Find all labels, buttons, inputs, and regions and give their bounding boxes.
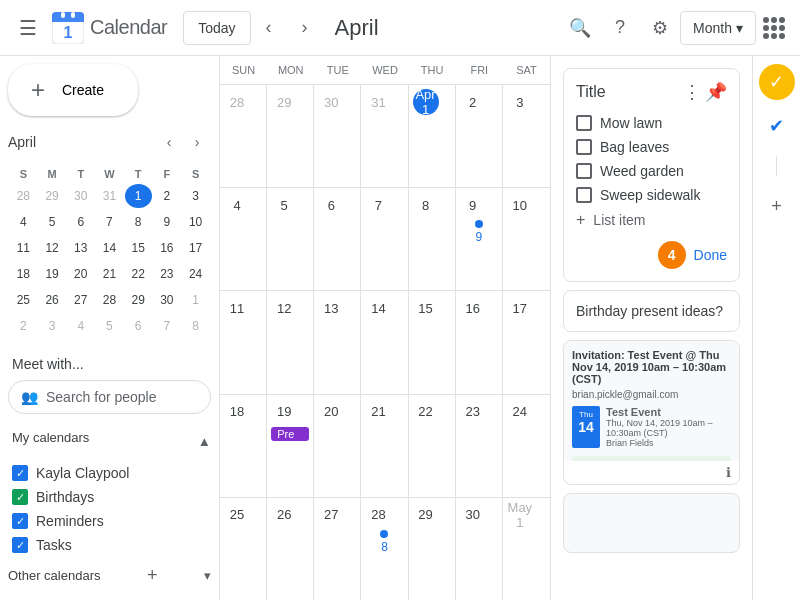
apps-button[interactable] xyxy=(756,10,792,46)
done-button[interactable]: Done xyxy=(694,247,727,263)
search-people-button[interactable]: 👥 Search for people xyxy=(8,380,211,414)
day-cell[interactable]: 3 xyxy=(503,85,550,187)
task-item[interactable]: Mow lawn xyxy=(576,111,727,135)
search-button[interactable]: 🔍 xyxy=(560,8,600,48)
view-selector[interactable]: Month ▾ xyxy=(680,11,756,45)
task-checkbox[interactable] xyxy=(576,115,592,131)
task-item[interactable]: Bag leaves xyxy=(576,135,727,159)
day-cell[interactable]: Apr 1 xyxy=(409,85,456,187)
day-cell[interactable]: 4 xyxy=(220,188,267,290)
mini-cal-day[interactable]: 25 xyxy=(10,288,37,312)
day-cell[interactable]: 5 xyxy=(267,188,314,290)
day-cell[interactable]: 26 xyxy=(267,498,314,600)
calendar-checkbox[interactable]: ✓ xyxy=(12,489,28,505)
mini-next-button[interactable]: › xyxy=(183,128,211,156)
day-cell[interactable]: 31 xyxy=(361,85,408,187)
mini-cal-day[interactable]: 8 xyxy=(125,210,152,234)
day-cell[interactable]: 99 xyxy=(456,188,503,290)
mini-cal-day[interactable]: 30 xyxy=(154,288,181,312)
calendar-item[interactable]: ✓Birthdays xyxy=(8,485,211,509)
mini-cal-day[interactable]: 3 xyxy=(39,314,66,338)
mini-cal-day[interactable]: 12 xyxy=(39,236,66,260)
day-cell[interactable]: 15 xyxy=(409,291,456,393)
mini-cal-day[interactable]: 18 xyxy=(10,262,37,286)
mini-cal-day[interactable]: 23 xyxy=(154,262,181,286)
day-cell[interactable]: 14 xyxy=(361,291,408,393)
task-item[interactable]: Sweep sidewalk xyxy=(576,183,727,207)
create-button[interactable]: + Create xyxy=(8,64,138,116)
day-cell[interactable]: May 1 xyxy=(503,498,550,600)
today-button[interactable]: Today xyxy=(183,11,250,45)
mini-cal-day[interactable]: 14 xyxy=(96,236,123,260)
mini-cal-day[interactable]: 8 xyxy=(182,314,209,338)
mini-cal-day[interactable]: 21 xyxy=(96,262,123,286)
mini-cal-day[interactable]: 17 xyxy=(182,236,209,260)
day-cell[interactable]: 28 xyxy=(220,85,267,187)
tasks-pin-button[interactable]: 📌 xyxy=(705,81,727,103)
settings-button[interactable]: ⚙ xyxy=(640,8,680,48)
mini-cal-day[interactable]: 20 xyxy=(67,262,94,286)
mini-cal-day[interactable]: 7 xyxy=(154,314,181,338)
calendar-item[interactable]: ✓Tasks xyxy=(8,533,211,557)
day-cell[interactable]: 29 xyxy=(267,85,314,187)
add-task-button[interactable]: + List item xyxy=(576,207,727,233)
calendar-item[interactable]: ✓Reminders xyxy=(8,509,211,533)
calendar-item[interactable]: ✓Kayla Claypool xyxy=(8,461,211,485)
mini-cal-day[interactable]: 24 xyxy=(182,262,209,286)
day-cell[interactable]: 11 xyxy=(220,291,267,393)
add-other-calendar-button[interactable]: + xyxy=(147,565,158,586)
day-cell[interactable]: 18 xyxy=(220,395,267,497)
mini-cal-day[interactable]: 13 xyxy=(67,236,94,260)
day-cell[interactable]: 13 xyxy=(314,291,361,393)
mini-cal-day[interactable]: 30 xyxy=(67,184,94,208)
task-checkbox[interactable] xyxy=(576,139,592,155)
prev-month-button[interactable]: ‹ xyxy=(251,10,287,46)
calendar-checkbox[interactable]: ✓ xyxy=(12,537,28,553)
mini-cal-day[interactable]: 6 xyxy=(67,210,94,234)
day-cell[interactable]: 22 xyxy=(409,395,456,497)
my-calendars-collapse[interactable]: ▲ xyxy=(198,434,211,449)
day-cell[interactable]: 16 xyxy=(456,291,503,393)
mini-cal-day[interactable]: 29 xyxy=(125,288,152,312)
mini-cal-day[interactable]: 22 xyxy=(125,262,152,286)
day-cell[interactable]: 288 xyxy=(361,498,408,600)
day-cell[interactable]: 7 xyxy=(361,188,408,290)
mini-cal-day[interactable]: 19 xyxy=(39,262,66,286)
mini-cal-day[interactable]: 4 xyxy=(67,314,94,338)
day-cell[interactable]: 12 xyxy=(267,291,314,393)
mini-cal-day[interactable]: 28 xyxy=(96,288,123,312)
day-cell[interactable]: 17 xyxy=(503,291,550,393)
mini-cal-day[interactable]: 26 xyxy=(39,288,66,312)
day-cell[interactable]: 23 xyxy=(456,395,503,497)
info-button[interactable]: ℹ xyxy=(726,465,731,480)
day-cell[interactable]: 30 xyxy=(456,498,503,600)
tasks-side-icon[interactable]: ✓ xyxy=(759,64,795,100)
calendar-checkbox[interactable]: ✓ xyxy=(12,465,28,481)
task-checkbox[interactable] xyxy=(576,163,592,179)
mini-cal-day[interactable]: 1 xyxy=(125,184,152,208)
mini-cal-day[interactable]: 5 xyxy=(39,210,66,234)
mini-cal-day[interactable]: 29 xyxy=(39,184,66,208)
day-cell[interactable]: 10 xyxy=(503,188,550,290)
mini-cal-day[interactable]: 9 xyxy=(154,210,181,234)
invitation-widget[interactable]: Invitation: Test Event @ Thu Nov 14, 201… xyxy=(563,340,740,485)
mini-cal-day[interactable]: 10 xyxy=(182,210,209,234)
add-side-button[interactable]: + xyxy=(759,188,795,224)
day-cell[interactable]: 27 xyxy=(314,498,361,600)
day-cell[interactable]: 20 xyxy=(314,395,361,497)
task-item[interactable]: Weed garden xyxy=(576,159,727,183)
day-cell[interactable]: 29 xyxy=(409,498,456,600)
mini-cal-day[interactable]: 5 xyxy=(96,314,123,338)
day-cell[interactable]: 24 xyxy=(503,395,550,497)
next-month-button[interactable]: › xyxy=(287,10,323,46)
day-cell[interactable]: 2 xyxy=(456,85,503,187)
mini-cal-day[interactable]: 28 xyxy=(10,184,37,208)
check-side-icon[interactable]: ✔ xyxy=(759,108,795,144)
mini-cal-day[interactable]: 31 xyxy=(96,184,123,208)
day-cell[interactable]: 6 xyxy=(314,188,361,290)
day-cell[interactable]: 30 xyxy=(314,85,361,187)
mini-cal-day[interactable]: 16 xyxy=(154,236,181,260)
mini-cal-day[interactable]: 3 xyxy=(182,184,209,208)
mini-cal-day[interactable]: 7 xyxy=(96,210,123,234)
mini-cal-day[interactable]: 15 xyxy=(125,236,152,260)
